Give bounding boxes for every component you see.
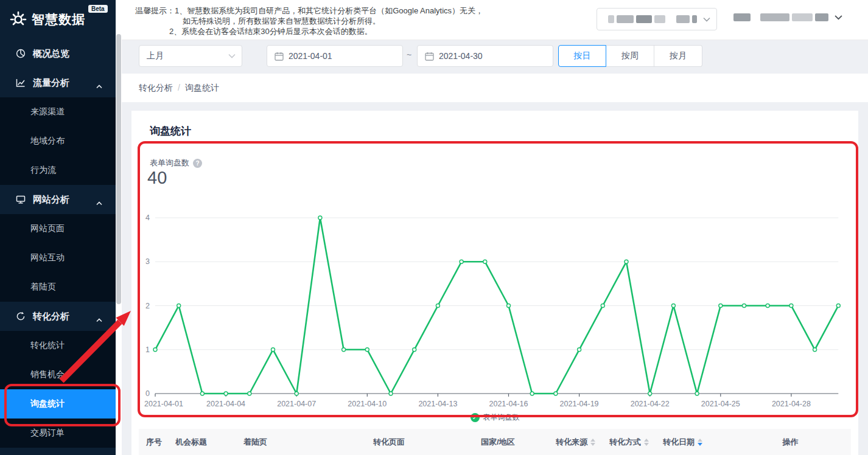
notice-line-2: 如无特殊说明，所有数据皆来自智慧数据统计分析所得。 [135, 16, 483, 26]
end-date-input[interactable]: 2021-04-30 [417, 45, 553, 67]
column-label: 国家/地区 [481, 437, 515, 448]
sidebar-item-label: 来源渠道 [30, 106, 65, 117]
breadcrumb-item[interactable]: 询盘统计 [185, 83, 219, 92]
sidebar-item-source-channel[interactable]: 来源渠道 [0, 97, 116, 127]
sidebar-item-site-analysis[interactable]: 网站分析 [0, 185, 116, 214]
sidebar-item-sales-opportunity[interactable]: 销售机会 [0, 360, 116, 389]
svg-text:2021-04-04: 2021-04-04 [206, 400, 245, 408]
metric-label: 表单询盘数 [150, 158, 189, 168]
svg-text:2021-04-25: 2021-04-25 [701, 400, 740, 408]
notice-line-3: 2、系统会在访客会话结束30分钟后显示本次会话的数据。 [135, 26, 483, 36]
sidebar-item-behavior-flow[interactable]: 行为流 [0, 156, 116, 185]
chevron-up-icon [96, 197, 102, 207]
granularity-button-by-month[interactable]: 按月 [654, 45, 702, 67]
sidebar-item-label: 转化统计 [30, 340, 65, 351]
sidebar-item-label: 交易订单 [30, 428, 65, 439]
svg-text:2021-04-07: 2021-04-07 [277, 400, 316, 408]
check-circle-icon: ✓ [471, 413, 480, 422]
sidebar-item-label: 网站分析 [33, 194, 69, 206]
cycle-icon [16, 311, 26, 321]
sidebar-item-label: 询盘统计 [30, 398, 65, 409]
svg-text:2021-04-13: 2021-04-13 [418, 400, 457, 408]
column-label: 转化页面 [373, 437, 405, 448]
column-label: 机会标题 [175, 437, 207, 448]
sidebar-item-conversion-analysis[interactable]: 转化分析 [0, 302, 116, 331]
svg-text:2021-04-22: 2021-04-22 [631, 400, 670, 408]
column-header-landing-page: 着陆页 [236, 437, 366, 448]
sidebar-item-trade-orders[interactable]: 交易订单 [0, 419, 116, 448]
monitor-icon [16, 195, 26, 204]
sort-carets-icon [698, 439, 702, 446]
column-header-conversion-source[interactable]: 转化来源 [548, 437, 602, 448]
beta-badge: Beta [88, 5, 108, 13]
notice-line-1: 温馨提示：1、智慧数据系统为我司自研产品，和其它统计分析类平台（如Google … [135, 5, 483, 16]
column-header-conversion-page: 转化页面 [366, 437, 474, 448]
sidebar-item-site-interaction[interactable]: 网站互动 [0, 243, 116, 273]
metric-label-row: 表单询盘数 ? [150, 158, 202, 168]
breadcrumb-bar: 转化分析/询盘统计 [122, 74, 868, 102]
sort-carets-icon [644, 439, 649, 446]
start-date-value: 2021-04-01 [289, 51, 332, 61]
app-logo: 智慧数据 Beta [0, 0, 116, 39]
account-selector[interactable] [597, 8, 717, 30]
column-label: 转化方式 [609, 437, 641, 448]
end-date-value: 2021-04-30 [439, 51, 483, 61]
sidebar-item-site-pages[interactable]: 网站页面 [0, 214, 116, 243]
calendar-icon [425, 52, 434, 61]
metric-value: 40 [147, 168, 167, 188]
question-icon[interactable]: ? [193, 159, 202, 168]
granularity-button-by-week[interactable]: 按周 [606, 45, 654, 67]
column-header-conversion-method[interactable]: 转化方式 [602, 437, 656, 448]
sidebar-item-inquiry-stats[interactable]: 询盘统计 [0, 389, 116, 419]
column-label: 转化来源 [556, 437, 587, 448]
breadcrumb-item[interactable]: 转化分析 [139, 83, 173, 92]
sidebar-scrollbar-track [116, 0, 122, 455]
sun-logo-icon [10, 10, 28, 29]
sidebar-item-conversion-stats[interactable]: 转化统计 [0, 331, 116, 360]
card-title: 询盘统计 [150, 124, 191, 138]
app-title: 智慧数据 [32, 11, 85, 28]
column-label: 操作 [783, 437, 799, 448]
sidebar-item-label: 转化分析 [33, 311, 69, 322]
sidebar-item-label: 网站页面 [30, 223, 65, 234]
sidebar-scrollbar-thumb[interactable] [116, 34, 121, 304]
sidebar-item-label: 着陆页 [30, 282, 56, 293]
start-date-input[interactable]: 2021-04-01 [267, 45, 403, 67]
svg-text:3: 3 [145, 257, 150, 266]
column-label: 转化日期 [663, 437, 695, 448]
date-preset-select[interactable]: 上月 [139, 45, 242, 67]
sidebar-item-overview[interactable]: 概况总览 [0, 39, 116, 68]
date-range-separator: ~ [407, 50, 411, 60]
legend-item[interactable]: ✓ 表单询盘数 [471, 412, 520, 423]
svg-text:1: 1 [145, 346, 150, 354]
column-header-conversion-date[interactable]: 转化日期 [656, 437, 730, 448]
trend-icon [16, 78, 26, 88]
chevron-up-icon [96, 80, 102, 91]
column-header-country-region: 国家/地区 [474, 437, 548, 448]
chart-legend: ✓ 表单询盘数 [131, 412, 858, 423]
date-preset-value: 上月 [147, 50, 164, 61]
svg-text:0: 0 [145, 389, 150, 398]
notice-text: 温馨提示：1、智慧数据系统为我司自研产品，和其它统计分析类平台（如Google … [135, 5, 483, 36]
column-header-index: 序号 [139, 437, 168, 448]
sidebar-item-traffic-analysis[interactable]: 流量分析 [0, 68, 116, 97]
svg-text:2021-04-16: 2021-04-16 [489, 400, 528, 408]
breadcrumb-separator: / [178, 83, 180, 92]
svg-text:4: 4 [145, 214, 150, 222]
sidebar-next-section-edge [0, 448, 116, 455]
sidebar: 智慧数据 Beta 概况总览流量分析来源渠道地域分布行为流网站分析网站页面网站互… [0, 0, 116, 455]
sort-carets-icon [590, 439, 595, 446]
sidebar-item-region-distribution[interactable]: 地域分布 [0, 127, 116, 156]
sidebar-item-label: 行为流 [30, 165, 56, 176]
user-menu[interactable] [733, 13, 849, 21]
column-label: 着陆页 [243, 437, 267, 448]
sidebar-item-landing-page[interactable]: 着陆页 [0, 273, 116, 302]
svg-text:2: 2 [145, 302, 150, 310]
chevron-down-icon [228, 54, 236, 58]
granularity-button-by-day[interactable]: 按日 [558, 45, 606, 67]
sidebar-item-label: 地域分布 [30, 136, 65, 147]
sidebar-item-label: 网站互动 [30, 252, 65, 263]
svg-text:2021-04-01: 2021-04-01 [144, 400, 183, 408]
chevron-down-icon [703, 17, 710, 22]
chevron-down-icon [835, 15, 842, 20]
